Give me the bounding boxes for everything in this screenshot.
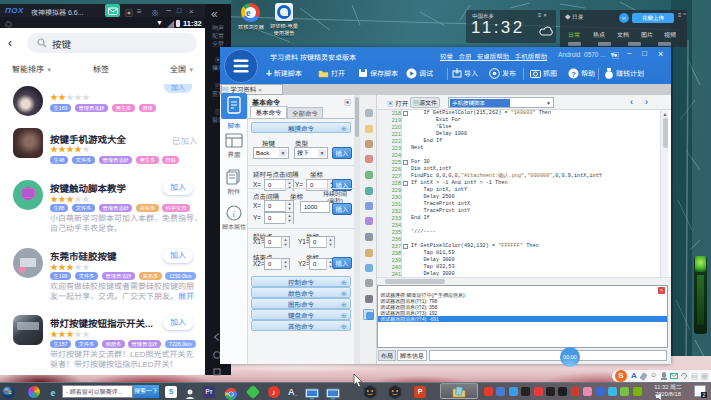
svg-text:i: i <box>233 209 236 219</box>
svg-text:?: ? <box>571 69 576 78</box>
